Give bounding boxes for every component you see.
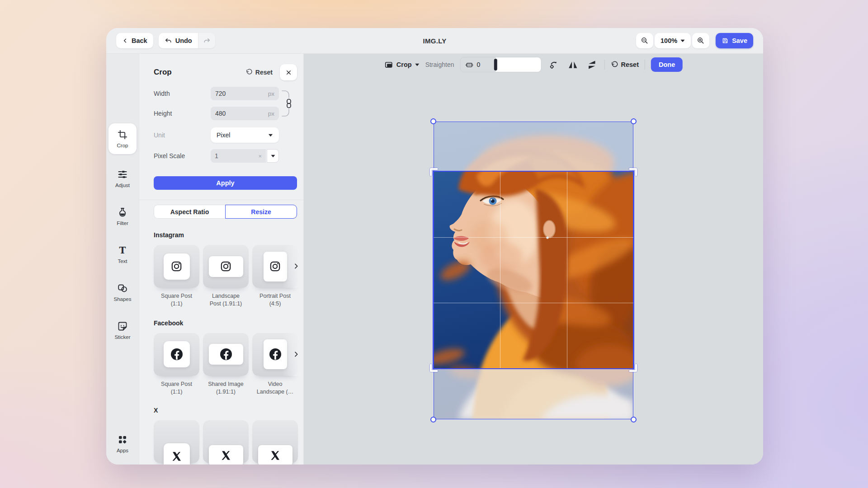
zoom-level-select[interactable]: 100%	[655, 33, 691, 48]
image-handle-top-right[interactable]	[631, 118, 637, 124]
rail-item-sticker[interactable]: Sticker	[108, 317, 137, 344]
crop-reset-button[interactable]: Reset	[610, 61, 639, 69]
grid-line	[434, 237, 633, 238]
link-dimensions-toggle[interactable]	[282, 88, 295, 119]
width-label: Width	[154, 90, 211, 97]
pixel-scale-dropdown[interactable]	[267, 149, 279, 163]
sliders-icon	[117, 169, 128, 180]
straighten-track[interactable]	[495, 57, 541, 72]
rail-item-apps[interactable]: Apps	[108, 430, 137, 457]
editor-window: Back Undo IMG.LY	[106, 28, 763, 465]
preset-x-2[interactable]	[203, 420, 249, 463]
tab-resize[interactable]: Resize	[225, 205, 297, 219]
height-input[interactable]	[215, 110, 251, 117]
pixel-scale-label: Pixel Scale	[154, 152, 211, 160]
straighten-slider[interactable]: 0	[460, 57, 541, 72]
crop-handle-top-right[interactable]	[629, 168, 637, 176]
rail-item-crop[interactable]: Crop	[108, 123, 137, 154]
rotate-button[interactable]	[547, 58, 560, 71]
tab-aspect-ratio[interactable]: Aspect Ratio	[154, 205, 225, 219]
rail-label-text: Text	[118, 258, 127, 264]
preset-facebook-square[interactable]: Square Post(1:1)	[154, 333, 199, 396]
instagram-icon	[269, 260, 281, 272]
crop-preset-icon	[384, 60, 393, 69]
height-field[interactable]: px	[211, 107, 279, 120]
apply-button[interactable]: Apply	[154, 176, 297, 190]
rail-item-filter[interactable]: Filter	[108, 203, 137, 230]
rail-label-adjust: Adjust	[115, 183, 130, 188]
undo-button[interactable]: Undo	[159, 33, 198, 48]
preset-x-3[interactable]	[252, 420, 298, 463]
shapes-icon	[117, 283, 128, 294]
panel-close-button[interactable]	[280, 64, 297, 80]
zoom-in-button[interactable]	[692, 33, 709, 48]
undo-redo-group: Undo	[159, 33, 215, 48]
instagram-presets: Square Post(1:1) LandscapePost (1.91:1)	[154, 245, 297, 308]
crop-rectangle[interactable]	[433, 171, 634, 369]
chevron-down-icon	[415, 63, 420, 66]
straighten-thumb[interactable]	[494, 59, 497, 70]
unit-select[interactable]: Pixel	[211, 127, 279, 143]
section-heading-facebook: Facebook	[154, 319, 297, 327]
flask-icon	[117, 207, 128, 218]
rail-label-filter: Filter	[117, 221, 128, 226]
apps-icon	[117, 434, 128, 445]
rail-item-shapes[interactable]: Shapes	[108, 279, 137, 306]
preset-facebook-shared-image[interactable]: Shared Image(1.91:1)	[203, 333, 249, 396]
rotate-icon	[548, 60, 559, 70]
image-handle-top-left[interactable]	[430, 118, 436, 124]
preset-facebook-video-landscape[interactable]: VideoLandscape (…	[252, 333, 298, 396]
rail-item-adjust[interactable]: Adjust	[108, 165, 137, 192]
x-logo-icon	[220, 450, 232, 461]
preset-instagram-landscape[interactable]: LandscapePost (1.91:1)	[203, 245, 249, 308]
save-button[interactable]: Save	[716, 33, 753, 48]
preset-x-1[interactable]	[154, 420, 199, 463]
redo-icon	[203, 37, 211, 45]
width-field[interactable]: px	[211, 87, 279, 100]
crop-handle-bottom-right[interactable]	[629, 364, 637, 372]
panel-divider	[139, 200, 303, 200]
zoom-out-button[interactable]	[636, 33, 653, 48]
chevron-down-icon	[271, 155, 275, 158]
chevron-down-icon	[680, 39, 685, 42]
pixel-scale-input[interactable]	[215, 152, 238, 160]
facebook-presets: Square Post(1:1) Shared Image(1.91:1)	[154, 333, 297, 396]
crop-reset-label: Reset	[621, 61, 639, 68]
straighten-icon	[465, 61, 473, 69]
reset-icon	[245, 69, 253, 76]
flip-vertical-button[interactable]	[585, 58, 598, 71]
rail-label-apps: Apps	[117, 448, 128, 453]
crop-mode-tabs: Aspect Ratio Resize	[154, 205, 297, 219]
crop-handle-bottom-left[interactable]	[430, 364, 438, 372]
width-row: Width px	[154, 87, 279, 100]
image-handle-bottom-left[interactable]	[430, 417, 436, 422]
preset-instagram-square[interactable]: Square Post(1:1)	[154, 245, 199, 308]
height-unit: px	[268, 110, 274, 117]
width-input[interactable]	[215, 90, 251, 97]
back-button[interactable]: Back	[116, 33, 153, 48]
preset-instagram-portrait[interactable]: Portrait Post(4:5)	[252, 245, 298, 308]
carousel-next-button[interactable]	[292, 350, 300, 360]
flip-horizontal-button[interactable]	[566, 58, 579, 71]
crop-mode-dropdown[interactable]: Crop	[384, 60, 420, 69]
crop-panel: Crop Reset Width	[139, 54, 304, 465]
rail-item-text[interactable]: T Text	[108, 241, 137, 268]
facebook-icon	[269, 347, 282, 361]
carousel-next-button[interactable]	[292, 262, 300, 272]
panel-reset-label: Reset	[255, 69, 273, 76]
x-logo-icon	[269, 450, 281, 461]
pixel-scale-field: ×	[211, 149, 279, 163]
svg-text:T: T	[119, 245, 126, 256]
pixel-scale-input-box[interactable]: ×	[211, 149, 266, 163]
height-row: Height px	[154, 107, 279, 120]
crop-handle-top-left[interactable]	[430, 168, 438, 176]
canvas-area: Crop Straighten 0	[304, 54, 763, 465]
x-logo-icon	[171, 450, 183, 462]
facebook-icon	[219, 347, 233, 361]
tool-rail: Crop Adjust Filter T	[106, 54, 139, 465]
image-handle-bottom-right[interactable]	[631, 417, 637, 422]
panel-reset-button[interactable]: Reset	[245, 69, 273, 76]
done-button[interactable]: Done	[651, 57, 683, 72]
chevron-left-icon	[122, 38, 128, 44]
redo-button[interactable]	[198, 33, 215, 48]
